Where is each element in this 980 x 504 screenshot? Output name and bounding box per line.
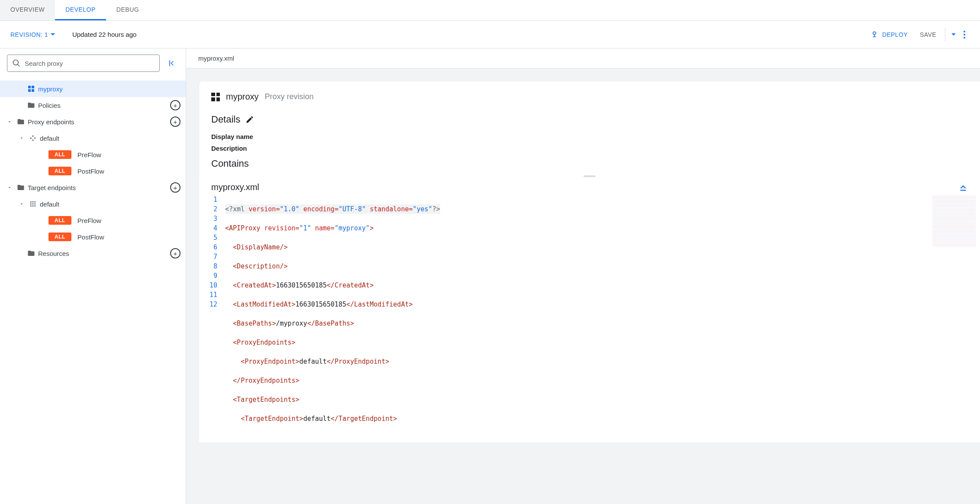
svg-rect-9 — [34, 204, 35, 205]
tree-item-resources[interactable]: Resources + — [0, 245, 186, 262]
contains-heading: Contains — [211, 158, 968, 169]
tree-item-proxy-preflow[interactable]: ALL PreFlow — [0, 146, 186, 163]
tree-label: PostFlow — [77, 168, 181, 175]
code-header: myproxy.xml — [199, 177, 980, 195]
tree-label: Policies — [38, 102, 170, 109]
tree-label: Proxy endpoints — [28, 118, 170, 126]
deploy-label: DEPLOY — [882, 31, 908, 38]
svg-point-0 — [873, 32, 876, 35]
endpoint-icon — [28, 135, 38, 142]
folder-icon — [16, 118, 26, 126]
revision-bar: REVISION: 1 Updated 22 hours ago DEPLOY … — [0, 21, 980, 48]
deploy-button[interactable]: DEPLOY — [864, 27, 914, 42]
tree-label: PostFlow — [77, 233, 181, 241]
more-menu-button[interactable] — [959, 31, 970, 39]
tab-debug[interactable]: DEBUG — [106, 0, 149, 20]
svg-point-1 — [13, 60, 19, 65]
add-proxy-endpoint-button[interactable]: + — [170, 116, 181, 127]
details-heading: Details — [211, 114, 240, 125]
details-card: myproxy Proxy revision Details Display n… — [199, 81, 980, 177]
code-lines[interactable]: <?xml version="1.0" encoding="UTF-8" sta… — [225, 195, 980, 443]
tree-item-myproxy[interactable]: myproxy — [0, 81, 186, 97]
save-button[interactable]: SAVE — [914, 27, 942, 42]
tree-item-proxy-endpoints[interactable]: Proxy endpoints + — [0, 113, 186, 130]
tree-label: PreFlow — [77, 151, 181, 158]
tab-develop[interactable]: DEVELOP — [55, 0, 106, 20]
add-policy-button[interactable]: + — [170, 100, 181, 110]
content: myproxy.xml myproxy Proxy revision Detai… — [186, 48, 980, 504]
deploy-icon — [870, 30, 879, 39]
all-badge: ALL — [48, 150, 71, 159]
apps-icon — [211, 93, 220, 101]
tree-label: Target endpoints — [28, 184, 170, 191]
tree-label: default — [40, 135, 181, 142]
revision-selector[interactable]: REVISION: 1 — [10, 31, 55, 38]
chevron-down-icon[interactable] — [16, 201, 27, 207]
svg-line-2 — [18, 65, 20, 67]
svg-rect-10 — [30, 205, 32, 207]
folder-icon — [26, 101, 36, 109]
chevron-down-icon[interactable] — [4, 119, 15, 124]
folder-icon — [26, 249, 36, 257]
tree-label: PreFlow — [77, 217, 181, 224]
tab-overview[interactable]: OVERVIEW — [0, 0, 55, 20]
svg-rect-8 — [32, 204, 34, 205]
tree-item-target-endpoints[interactable]: Target endpoints + — [0, 179, 186, 196]
card-title: myproxy — [226, 92, 259, 102]
collapse-code-button[interactable] — [958, 183, 968, 192]
add-resource-button[interactable]: + — [170, 248, 181, 258]
tree-label: default — [40, 200, 181, 208]
svg-rect-4 — [30, 201, 32, 203]
tree-label: Resources — [38, 250, 170, 257]
updated-text: Updated 22 hours ago — [72, 31, 136, 38]
svg-rect-7 — [30, 204, 32, 205]
tree-item-target-preflow[interactable]: ALL PreFlow — [0, 212, 186, 229]
apps-icon — [26, 86, 36, 92]
edit-icon[interactable] — [245, 115, 254, 124]
sidebar: myproxy Policies + Proxy endpoints + — [0, 48, 186, 504]
code-filename: myproxy.xml — [211, 182, 958, 192]
display-name-label: Display name — [211, 133, 968, 140]
top-tabs: OVERVIEW DEVELOP DEBUG — [0, 0, 980, 21]
svg-rect-5 — [32, 201, 34, 203]
search-input[interactable] — [7, 55, 160, 72]
line-gutter: 1 2 3 4 5 6 7 8 9 10 11 12 — [199, 195, 225, 443]
grid-icon — [28, 200, 38, 207]
divider — [945, 28, 945, 42]
code-editor[interactable]: 1 2 3 4 5 6 7 8 9 10 11 12 <?xml version… — [199, 195, 980, 443]
all-badge: ALL — [48, 233, 71, 241]
tree-item-policies[interactable]: Policies + — [0, 97, 186, 113]
all-badge: ALL — [48, 167, 71, 175]
breadcrumb-file: myproxy.xml — [186, 48, 980, 68]
chevron-down-icon[interactable] — [16, 136, 27, 141]
tree-item-proxy-postflow[interactable]: ALL PostFlow — [0, 163, 186, 179]
description-label: Description — [211, 145, 968, 152]
revision-label: REVISION: 1 — [10, 31, 48, 38]
tree: myproxy Policies + Proxy endpoints + — [0, 78, 186, 262]
save-label: SAVE — [920, 31, 936, 38]
tree-item-target-postflow[interactable]: ALL PostFlow — [0, 229, 186, 245]
chevron-down-icon[interactable] — [4, 185, 15, 190]
chevron-down-icon — [951, 33, 956, 36]
folder-icon — [16, 184, 26, 191]
all-badge: ALL — [48, 216, 71, 225]
chevron-down-icon — [51, 33, 55, 36]
svg-rect-11 — [32, 205, 34, 207]
card-subtitle: Proxy revision — [265, 92, 314, 101]
tree-label: myproxy — [38, 85, 181, 93]
main: myproxy Policies + Proxy endpoints + — [0, 48, 980, 504]
search-icon — [12, 59, 21, 68]
tree-item-target-default[interactable]: default — [0, 196, 186, 212]
svg-rect-12 — [34, 205, 35, 207]
svg-rect-6 — [34, 201, 35, 203]
save-dropdown-button[interactable] — [948, 27, 959, 42]
collapse-sidebar-button[interactable] — [165, 56, 179, 70]
tree-item-proxy-default[interactable]: default — [0, 130, 186, 146]
add-target-endpoint-button[interactable]: + — [170, 182, 181, 193]
